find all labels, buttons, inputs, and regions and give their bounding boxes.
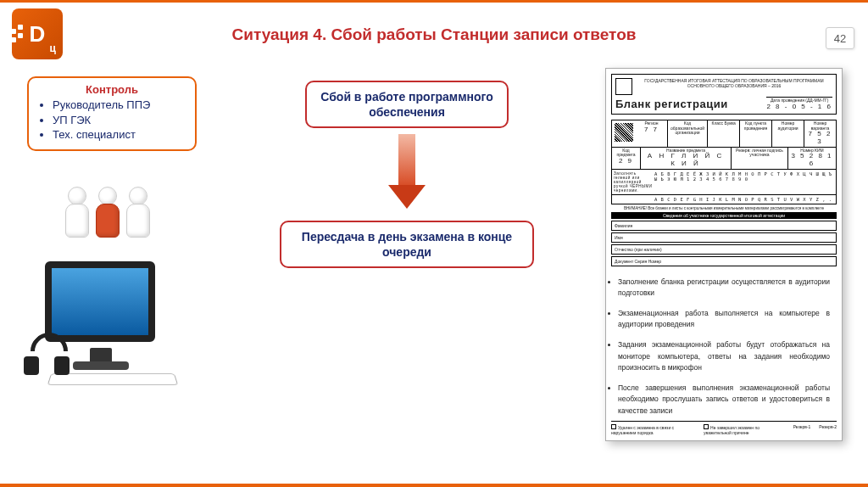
form-bullet: После завершения выполнения экзаменацион… [618,383,830,417]
form-field: Имя [611,232,837,243]
control-title: Контроль [37,83,186,96]
form-bullet: Задания экзаменационной работы будут ото… [618,339,830,374]
bottom-border [0,484,868,487]
form-footer: Удален с экзамена в связи с нарушением п… [611,421,837,435]
form-bullet: Экзаменационная работа выполняется на ко… [618,308,830,331]
qr-icon [615,123,633,142]
form-field: Отчество (при наличии) [611,244,837,255]
arrow-down-icon [394,134,420,209]
headset-icon [24,331,75,382]
control-item: Руководитель ППЭ [53,98,186,113]
control-item: Тех. специалист [53,127,186,143]
logo-sub: ц [50,42,56,54]
control-item: УП ГЭК [53,113,186,128]
form-marker-icon [615,78,632,95]
control-box: Контроль Руководитель ППЭ УП ГЭК Тех. сп… [27,76,197,151]
top-border [0,0,868,24]
form-date-value: 2 8 - 0 5 - 1 6 [766,103,832,110]
form-row: Регион7 7 Код образовательной организаци… [611,120,837,148]
control-list: Руководитель ППЭ УП ГЭК Тех. специалист [37,98,186,143]
form-row: Код предмета2 9 Название предметаА Н Г Л… [611,148,837,170]
form-field: Фамилия [611,221,837,231]
registration-form-image: ГОСУДАРСТВЕННАЯ ИТОГОВАЯ АТТЕСТАЦИЯ ПО О… [605,68,843,441]
form-bullet: Заполнение бланка регистрации осуществля… [618,277,830,299]
slide-title: Ситуация 4. Сбой работы Станции записи о… [0,25,868,44]
retake-box: Пересдача в день экзамена в конце очеред… [280,221,534,268]
computer-illustration [24,255,181,390]
form-field: Документ Серия Номер [611,256,837,266]
failure-box: Сбой в работе программного обеспечения [305,81,509,128]
form-title: Бланк регистрации [615,98,728,110]
form-note: ВНИМАНИЕ! Все бланки и листы с контрольн… [611,206,837,210]
people-illustration [44,161,171,238]
form-org-line: ГОСУДАРСТВЕННАЯ ИТОГОВАЯ АТТЕСТАЦИЯ ПО О… [636,78,832,88]
form-section: Сведения об участнике государственной ит… [611,212,837,219]
form-bullets: Заполнение бланка регистрации осуществля… [618,277,830,417]
